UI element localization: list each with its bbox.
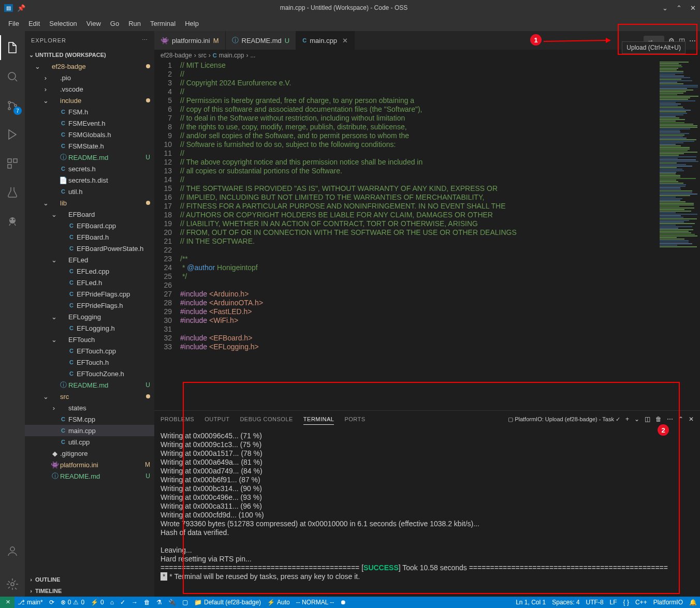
file-secrets.h[interactable]: Csecrets.h [25, 163, 154, 174]
file-.gitignore[interactable]: ◆.gitignore [25, 448, 154, 459]
file-secrets.h.dist[interactable]: 📄secrets.h.dist [25, 174, 154, 186]
new-terminal-icon[interactable]: + [625, 416, 629, 423]
workspace-section[interactable]: ⌄UNTITLED (WORKSPACE) [25, 49, 154, 61]
file-platformio.ini[interactable]: 👾platformio.iniM [25, 459, 154, 470]
explorer-more-icon[interactable]: ⋯ [142, 37, 148, 43]
panel-tab-output[interactable]: OUTPUT [205, 414, 229, 424]
timeline-section[interactable]: ›TIMELINE [25, 585, 154, 597]
file-FSM.cpp[interactable]: CFSM.cpp [25, 413, 154, 425]
git-sync[interactable]: ⟳ [46, 599, 57, 606]
maximize-panel-icon[interactable]: ⌃ [678, 416, 683, 423]
language-mode[interactable]: C++ [632, 599, 650, 606]
file-EFBoardPowerState.h[interactable]: CEFBoardPowerState.h [25, 243, 154, 254]
panel-tab-ports[interactable]: PORTS [344, 414, 365, 424]
more-actions-icon[interactable]: ⋯ [689, 37, 696, 45]
search-icon[interactable] [0, 64, 25, 89]
pio-test-icon[interactable]: ⚗ [153, 599, 165, 606]
file-lib[interactable]: ⌄lib [25, 197, 154, 209]
maximize-icon[interactable]: ⌃ [676, 4, 682, 12]
file-FSMEvent.h[interactable]: CFSMEvent.h [25, 117, 154, 129]
vim-record-icon[interactable]: ⏺ [337, 599, 349, 606]
file-EFLogging.h[interactable]: CEFLogging.h [25, 322, 154, 334]
menu-selection[interactable]: Selection [45, 18, 81, 29]
file-FSMGlobals.h[interactable]: CFSMGlobals.h [25, 129, 154, 140]
file-EFPrideFlags.cpp[interactable]: CEFPrideFlags.cpp [25, 288, 154, 300]
file-EFPrideFlags.h[interactable]: CEFPrideFlags.h [25, 300, 154, 311]
file-EFLogging[interactable]: ⌄EFLogging [25, 311, 154, 322]
scm-icon[interactable]: 7 [0, 93, 25, 118]
file-main.cpp[interactable]: Cmain.cpp [25, 425, 154, 436]
pio-clean-icon[interactable]: 🗑 [141, 599, 153, 606]
tab-README.md[interactable]: ⓘREADME.mdU [226, 31, 297, 50]
file-EFLed.cpp[interactable]: CEFLed.cpp [25, 265, 154, 277]
menu-go[interactable]: Go [106, 18, 123, 29]
kill-terminal-icon[interactable]: 🗑 [655, 416, 662, 423]
terminal-dropdown-icon[interactable]: ⌄ [634, 416, 639, 423]
file-ef28-badge[interactable]: ⌄ef28-badge [25, 61, 154, 72]
pio-monitor-icon[interactable]: 🔌 [165, 599, 179, 606]
breadcrumb-item[interactable]: ef28-badge [161, 52, 192, 59]
remote-indicator[interactable]: ⪤ [0, 597, 14, 608]
menu-view[interactable]: View [82, 18, 105, 29]
minimize-icon[interactable]: ⌄ [662, 4, 668, 12]
file-EFBoard[interactable]: ⌄EFBoard [25, 209, 154, 220]
outline-section[interactable]: ›OUTLINE [25, 574, 154, 585]
file-include[interactable]: ⌄include [25, 95, 154, 106]
eol[interactable]: LF [607, 599, 620, 606]
file-EFTouch.cpp[interactable]: CEFTouch.cpp [25, 345, 154, 357]
breadcrumb-item[interactable]: src [198, 52, 207, 59]
panel-tab-problems[interactable]: PROBLEMS [161, 414, 194, 424]
notifications-icon[interactable]: 🔔 [686, 599, 700, 606]
file-.pio[interactable]: ›.pio [25, 72, 154, 83]
file-README.md[interactable]: ⓘREADME.mdU [25, 470, 154, 482]
indentation[interactable]: Spaces: 4 [549, 599, 582, 606]
git-branch[interactable]: ⎇ main* [14, 599, 46, 606]
file-EFBoard.h[interactable]: CEFBoard.h [25, 231, 154, 243]
platformio-status[interactable]: PlatformIO [650, 599, 686, 606]
file-README.md[interactable]: ⓘREADME.mdU [25, 379, 154, 391]
code-content[interactable]: // MIT License // // Copyright 2024 Euro… [180, 61, 659, 410]
menu-terminal[interactable]: Terminal [146, 18, 180, 29]
panel-tab-terminal[interactable]: TERMINAL [303, 414, 334, 425]
menu-file[interactable]: File [4, 18, 23, 29]
pio-build-icon[interactable]: ✓ [117, 599, 128, 606]
file-EFBoard.cpp[interactable]: CEFBoard.cpp [25, 220, 154, 231]
minimap[interactable] [659, 61, 700, 410]
more-icon[interactable]: ⋯ [667, 416, 673, 423]
panel-tab-debug console[interactable]: DEBUG CONSOLE [240, 414, 293, 424]
app-menu-icon[interactable]: ▤ [4, 4, 13, 12]
pio-home-icon[interactable]: ⌂ [107, 599, 117, 606]
file-EFLed[interactable]: ⌄EFLed [25, 254, 154, 265]
close-panel-icon[interactable]: ✕ [689, 416, 694, 423]
debug-icon[interactable] [0, 122, 25, 147]
terminal-output[interactable]: Writing at 0x00096c45... (71 %) Writing … [154, 427, 700, 597]
problems-status[interactable]: ⊗ 0 ⚠ 0 [57, 599, 88, 606]
encoding[interactable]: UTF-8 [583, 599, 607, 606]
file-.vscode[interactable]: ›.vscode [25, 83, 154, 95]
file-EFTouch.h[interactable]: CEFTouch.h [25, 357, 154, 368]
explorer-icon[interactable] [0, 35, 25, 60]
pin-icon[interactable]: 📌 [17, 4, 25, 12]
file-README.md[interactable]: ⓘREADME.mdU [25, 152, 154, 163]
brackets-icon[interactable]: { } [620, 599, 632, 606]
file-states[interactable]: ›states [25, 402, 154, 413]
file-util.h[interactable]: Cutil.h [25, 186, 154, 197]
code-editor[interactable]: 1234567891011121314151617181920212223242… [154, 61, 700, 410]
accounts-icon[interactable] [0, 539, 25, 563]
file-src[interactable]: ⌄src [25, 391, 154, 402]
tab-platformio.ini[interactable]: 👾platformio.iniM [154, 31, 226, 50]
close-window-icon[interactable]: ✕ [690, 4, 696, 12]
breadcrumb-item[interactable]: Cmain.cpp [213, 52, 244, 59]
tab-main.cpp[interactable]: Cmain.cpp✕ [296, 31, 355, 50]
file-EFLed.h[interactable]: CEFLed.h [25, 277, 154, 288]
menu-help[interactable]: Help [181, 18, 203, 29]
file-FSM.h[interactable]: CFSM.h [25, 106, 154, 117]
file-EFTouchZone.h[interactable]: CEFTouchZone.h [25, 368, 154, 379]
testing-icon[interactable] [0, 180, 25, 205]
file-FSMState.h[interactable]: CFSMState.h [25, 140, 154, 152]
pio-terminal-icon[interactable]: ▢ [179, 599, 191, 606]
pio-upload-icon[interactable]: → [128, 599, 141, 606]
pio-port[interactable]: ⚡ Auto [264, 599, 293, 606]
breadcrumb-item[interactable]: ... [250, 52, 255, 59]
close-icon[interactable]: ✕ [342, 37, 348, 45]
